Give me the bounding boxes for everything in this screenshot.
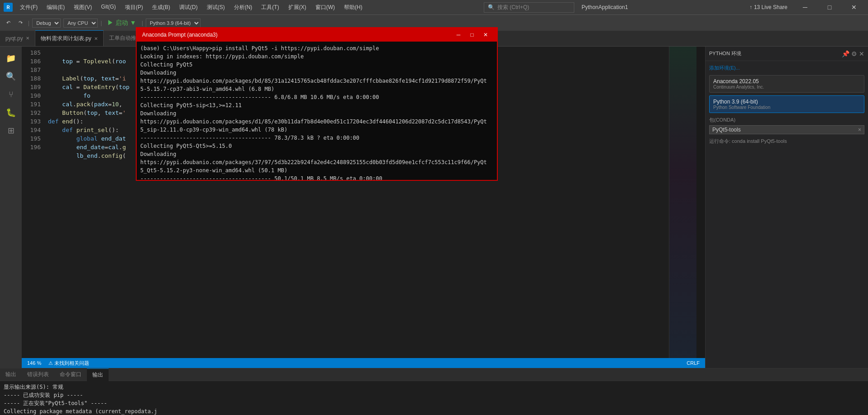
- explorer-icon[interactable]: 📁: [3, 50, 19, 66]
- bottom-panel: 输出 错误列表 命令窗口 输出 显示输出来源(S): 常规 ----- 已成功安…: [0, 368, 868, 415]
- minimap: [669, 47, 705, 358]
- app-logo: R: [4, 3, 13, 12]
- package-search-clear[interactable]: ×: [858, 127, 861, 133]
- menu-tools[interactable]: 工具(T): [258, 3, 282, 12]
- menu-bar: 文件(F) 编辑(E) 视图(V) Git(G) 项目(P) 生成(B) 调试(…: [16, 3, 366, 12]
- python-version-select[interactable]: Python 3.9 (64-bit): [146, 19, 200, 28]
- menu-build[interactable]: 生成(B): [148, 3, 174, 12]
- menu-analyze[interactable]: 分析(N): [230, 3, 256, 12]
- env-python39-title: Python 3.9 (64-bit): [713, 99, 860, 105]
- menu-file[interactable]: 文件(F): [16, 3, 41, 12]
- activity-bar: 📁 🔍 ⑂ 🐛 ⊞: [0, 47, 22, 368]
- cpu-config-select[interactable]: Any CPU: [63, 19, 98, 28]
- maximize-button[interactable]: □: [819, 0, 840, 14]
- error-status: ⚠ 未找到相关问题: [48, 360, 89, 367]
- anaconda-content: (base) C:\Users\Happy>pip install PyQt5 …: [137, 42, 497, 180]
- output-content: 显示输出来源(S): 常规 ----- 已成功安装 pip ----- ----…: [0, 381, 868, 415]
- panel-close-icon[interactable]: ✕: [859, 50, 864, 57]
- menu-help[interactable]: 帮助(H): [340, 3, 366, 12]
- right-panel-icons: 📌 ⚙ ✕: [842, 50, 864, 57]
- package-search-input[interactable]: [712, 127, 858, 133]
- add-env-button[interactable]: 添加环境(E)...: [709, 65, 864, 71]
- right-panel-title: Python 环境: [709, 50, 741, 57]
- search-icon: 🔍: [488, 4, 495, 10]
- menu-project[interactable]: 项目(P): [121, 3, 147, 12]
- run-button[interactable]: ▶ 启动 ▼: [105, 18, 139, 28]
- anaconda-prompt-window: Anaconda Prompt (anaconda3) ─ □ ✕ (base)…: [136, 27, 498, 181]
- conda-command: 运行命令: conda install PyQt5-tools: [709, 136, 864, 146]
- packages-label: 包(Conda): [709, 117, 864, 123]
- menu-window[interactable]: 窗口(W): [312, 3, 339, 12]
- menu-extensions[interactable]: 扩展(X): [285, 3, 310, 12]
- env-card-python39[interactable]: Python 3.9 (64-bit) Python Software Foun…: [709, 95, 864, 113]
- menu-git[interactable]: Git(G): [97, 3, 119, 12]
- btab-command[interactable]: 命令窗口: [54, 368, 87, 381]
- tab-material-label: 物料需求周计划表.py: [41, 35, 91, 42]
- menu-view[interactable]: 视图(V): [70, 3, 95, 12]
- tab-material[interactable]: 物料需求周计划表.py ✕: [35, 30, 104, 46]
- close-button[interactable]: ✕: [844, 0, 864, 14]
- env-anaconda-title: Anaconda 2022.05: [713, 78, 860, 85]
- debug-config-select[interactable]: Debug: [32, 19, 61, 28]
- anaconda-window-buttons: ─ □ ✕: [453, 30, 491, 39]
- anaconda-title: Anaconda Prompt (anaconda3): [142, 32, 218, 38]
- tab-material-close[interactable]: ✕: [94, 36, 98, 41]
- panel-settings-icon[interactable]: ⚙: [851, 50, 857, 57]
- bottom-tab-bar: 输出 错误列表 命令窗口 输出: [0, 368, 868, 381]
- env-anaconda-sub: Continuum Analytics, Inc.: [713, 85, 860, 90]
- line-numbers: 185186187188 189190191192 193194195196: [22, 47, 44, 358]
- titlebar-right: ↑ 13 Live Share ─ □ ✕: [746, 0, 864, 14]
- anaconda-maximize[interactable]: □: [466, 30, 478, 39]
- editor-status-bar: 146 % ⚠ 未找到相关问题 CRLF: [22, 358, 705, 368]
- menu-edit[interactable]: 编辑(E): [43, 3, 68, 12]
- git-icon[interactable]: ⑂: [3, 86, 19, 103]
- python-env-section: 添加环境(E)... Anaconda 2022.05 Continuum An…: [706, 61, 868, 150]
- anaconda-titlebar: Anaconda Prompt (anaconda3) ─ □ ✕: [137, 28, 497, 42]
- anaconda-close[interactable]: ✕: [480, 30, 491, 39]
- menu-debug[interactable]: 调试(D): [176, 3, 201, 12]
- undo-button[interactable]: ↶: [4, 19, 13, 27]
- redo-button[interactable]: ↷: [16, 19, 25, 27]
- line-ending: CRLF: [687, 360, 700, 366]
- app-title: PythonApplication1: [582, 4, 628, 10]
- right-panel-header: Python 环境 📌 ⚙ ✕: [706, 47, 868, 61]
- search-icon[interactable]: 🔍: [3, 68, 19, 85]
- btab-errors[interactable]: 错误列表: [22, 368, 54, 381]
- debug-icon[interactable]: 🐛: [3, 104, 19, 121]
- panel-pin-icon[interactable]: 📌: [842, 50, 849, 57]
- right-panel: Python 环境 📌 ⚙ ✕ 添加环境(E)... Anaconda 2022…: [705, 47, 868, 368]
- env-python39-sub: Python Software Foundation: [713, 105, 860, 110]
- live-share-button[interactable]: ↑ 13 Live Share: [746, 3, 791, 11]
- tab-pyqt-close[interactable]: ✕: [26, 36, 29, 41]
- btab-output-2[interactable]: 输出: [87, 368, 109, 381]
- env-card-anaconda[interactable]: Anaconda 2022.05 Continuum Analytics, In…: [709, 75, 864, 93]
- extensions-icon[interactable]: ⊞: [3, 123, 19, 139]
- btab-output-1[interactable]: 输出: [0, 368, 22, 381]
- zoom-level: 146 %: [27, 360, 41, 366]
- tab-pyqt-label: pyqt.py: [5, 35, 23, 42]
- tab-pyqt[interactable]: pyqt.py ✕: [0, 30, 35, 46]
- anaconda-minimize[interactable]: ─: [453, 30, 464, 39]
- live-share-icon: ↑: [749, 4, 752, 10]
- minimize-button[interactable]: ─: [795, 0, 816, 14]
- output-line-source: 显示输出来源(S): 常规: [4, 383, 864, 391]
- titlebar: R 文件(F) 编辑(E) 视图(V) Git(G) 项目(P) 生成(B) 调…: [0, 0, 868, 14]
- search-placeholder: 搜索 (Ctrl+Q): [497, 4, 529, 11]
- menu-test[interactable]: 测试(S): [203, 3, 229, 12]
- package-search-box[interactable]: ×: [709, 125, 864, 134]
